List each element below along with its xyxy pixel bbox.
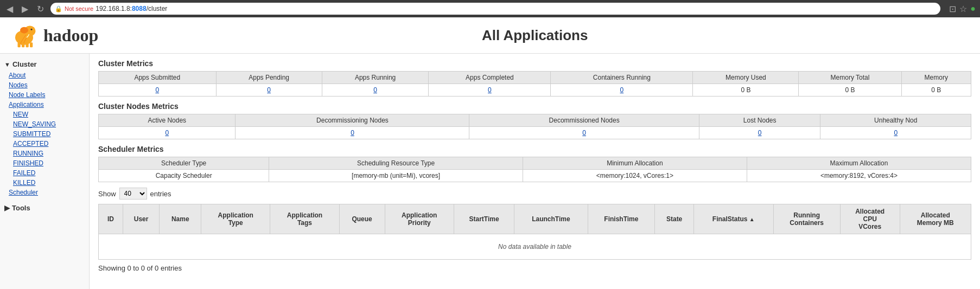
- col-id[interactable]: ID: [99, 204, 123, 234]
- cluster-section-header[interactable]: ▼ Cluster: [0, 58, 89, 70]
- cluster-nodes-metrics-section: Cluster Nodes Metrics Active Nodes Decom…: [98, 102, 971, 139]
- min-allocation-value: <memory:1024, vCores:1>: [523, 170, 747, 182]
- sidebar-item-finished[interactable]: FINISHED: [0, 158, 89, 168]
- forward-button[interactable]: ▶: [20, 3, 30, 15]
- col-start-time[interactable]: StartTime: [454, 204, 514, 234]
- apps-submitted-value: 0: [99, 84, 217, 97]
- reload-button[interactable]: ↻: [35, 3, 46, 15]
- svg-rect-7: [30, 42, 33, 47]
- sidebar-item-nodes[interactable]: Nodes: [0, 80, 89, 90]
- page-title: All Applications: [482, 27, 588, 43]
- col-finish-time[interactable]: FinishTime: [588, 204, 655, 234]
- col-final-status[interactable]: FinalStatus ▲: [693, 204, 773, 234]
- col-allocated-cpu-vcores[interactable]: AllocatedCPUVCores: [840, 204, 900, 234]
- memory-total-value: 0 B: [799, 84, 901, 97]
- col-launch-time[interactable]: LaunchTime: [514, 204, 588, 234]
- col-running-containers[interactable]: RunningContainers: [773, 204, 840, 234]
- tools-section: ▶ Tools: [0, 202, 89, 214]
- cluster-section: ▼ Cluster About Nodes Node Labels Applic…: [0, 58, 89, 197]
- scheduler-metrics-title: Scheduler Metrics: [98, 145, 971, 153]
- hadoop-elephant-icon: [9, 22, 41, 49]
- memory-value: 0 B: [901, 84, 971, 97]
- memory-used-value: 0 B: [693, 84, 799, 97]
- col-scheduler-type: Scheduler Type: [99, 157, 269, 170]
- cast-icon[interactable]: ⊡: [949, 4, 956, 14]
- page-title-area: All Applications: [98, 27, 971, 44]
- no-data-message: No data available in table: [99, 234, 971, 260]
- sidebar-item-new-saving[interactable]: NEW_SAVING: [0, 119, 89, 129]
- entries-label: entries: [150, 190, 171, 198]
- sidebar-item-new[interactable]: NEW: [0, 110, 89, 119]
- apps-pending-value: 0: [216, 84, 322, 97]
- scheduler-metrics-row: Capacity Scheduler [memory-mb (unit=Mi),…: [99, 170, 971, 182]
- svg-rect-6: [26, 43, 29, 48]
- sidebar-item-submitted[interactable]: SUBMITTED: [0, 129, 89, 139]
- col-allocated-memory-mb[interactable]: AllocatedMemory MB: [900, 204, 971, 234]
- address-bar[interactable]: 🔒 Not secure 192.168.1.8:8088/cluster: [50, 3, 940, 15]
- sidebar-item-accepted[interactable]: ACCEPTED: [0, 139, 89, 149]
- entries-select[interactable]: 10 25 40 100: [119, 188, 147, 200]
- browser-actions: ⊡ ☆ ●: [949, 4, 976, 14]
- sidebar-item-scheduler[interactable]: Scheduler: [0, 188, 89, 197]
- col-memory-used: Memory Used: [693, 72, 799, 84]
- sidebar-item-killed[interactable]: KILLED: [0, 178, 89, 188]
- cluster-metrics-section: Cluster Metrics Apps Submitted Apps Pend…: [98, 59, 971, 97]
- sidebar-item-about[interactable]: About: [0, 70, 89, 80]
- col-queue[interactable]: Queue: [339, 204, 385, 234]
- decommissioning-nodes-value: 0: [236, 127, 469, 139]
- cluster-metrics-row: 0 0 0 0 0 0 B 0 B 0 B: [99, 84, 971, 97]
- tools-label: Tools: [12, 204, 30, 212]
- col-state[interactable]: State: [655, 204, 694, 234]
- cluster-metrics-table: Apps Submitted Apps Pending Apps Running…: [98, 71, 971, 97]
- decommissioned-nodes-value: 0: [469, 127, 699, 139]
- show-entries-row: Show 10 25 40 100 entries: [98, 188, 971, 200]
- sidebar-item-applications[interactable]: Applications: [0, 100, 89, 110]
- no-data-row: No data available in table: [99, 234, 971, 260]
- show-label: Show: [98, 190, 116, 198]
- sidebar-item-running[interactable]: RUNNING: [0, 149, 89, 158]
- apps-completed-value: 0: [429, 84, 551, 97]
- showing-text: Showing 0 to 0 of 0 entries: [98, 264, 971, 272]
- not-secure-label: Not secure: [65, 5, 93, 12]
- bookmark-icon[interactable]: ☆: [959, 4, 967, 14]
- col-active-nodes: Active Nodes: [99, 114, 236, 127]
- col-apps-submitted: Apps Submitted: [99, 72, 217, 84]
- svg-point-2: [20, 27, 28, 34]
- col-user[interactable]: User: [123, 204, 160, 234]
- svg-point-3: [31, 29, 33, 30]
- col-name[interactable]: Name: [160, 204, 201, 234]
- col-containers-running: Containers Running: [551, 72, 693, 84]
- scheduler-metrics-table: Scheduler Type Scheduling Resource Type …: [98, 157, 971, 182]
- col-application-type[interactable]: ApplicationType: [201, 204, 270, 234]
- hadoop-logo: hadoop: [9, 22, 98, 49]
- col-unhealthy-nodes: Unhealthy Nod: [820, 114, 971, 127]
- tools-arrow-icon: ▶: [4, 204, 10, 212]
- svg-rect-4: [18, 42, 21, 47]
- sidebar-item-failed[interactable]: FAILED: [0, 168, 89, 178]
- main-content: Cluster Metrics Apps Submitted Apps Pend…: [90, 54, 980, 289]
- header-bar: hadoop All Applications: [0, 17, 980, 54]
- sidebar: ▼ Cluster About Nodes Node Labels Applic…: [0, 54, 90, 289]
- col-apps-running: Apps Running: [322, 72, 429, 84]
- sidebar-item-node-labels[interactable]: Node Labels: [0, 90, 89, 100]
- col-memory: Memory: [901, 72, 971, 84]
- url-text: 192.168.1.8:8088/cluster: [96, 5, 167, 12]
- col-max-allocation: Maximum Allocation: [747, 157, 971, 170]
- lost-nodes-value: 0: [699, 127, 820, 139]
- svg-rect-5: [22, 43, 24, 48]
- cluster-label: Cluster: [12, 60, 37, 68]
- hadoop-title: hadoop: [43, 25, 98, 46]
- cluster-metrics-title: Cluster Metrics: [98, 59, 971, 68]
- scheduling-resource-type-value: [memory-mb (unit=Mi), vcores]: [269, 170, 523, 182]
- profile-icon: ●: [970, 4, 976, 14]
- back-button[interactable]: ◀: [4, 3, 15, 15]
- tools-section-header[interactable]: ▶ Tools: [0, 202, 89, 214]
- col-apps-pending: Apps Pending: [216, 72, 322, 84]
- col-application-priority[interactable]: ApplicationPriority: [385, 204, 454, 234]
- col-apps-completed: Apps Completed: [429, 72, 551, 84]
- scheduler-type-value: Capacity Scheduler: [99, 170, 269, 182]
- col-application-tags[interactable]: ApplicationTags: [270, 204, 339, 234]
- active-nodes-value: 0: [99, 127, 236, 139]
- col-lost-nodes: Lost Nodes: [699, 114, 820, 127]
- containers-running-value: 0: [551, 84, 693, 97]
